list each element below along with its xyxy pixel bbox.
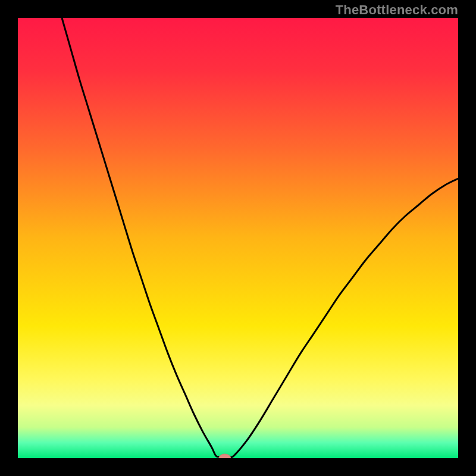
chart-frame: TheBottleneck.com xyxy=(0,0,476,476)
plot-area xyxy=(18,18,458,458)
chart-svg xyxy=(18,18,458,458)
watermark-text: TheBottleneck.com xyxy=(336,2,458,18)
gradient-background xyxy=(18,18,458,458)
